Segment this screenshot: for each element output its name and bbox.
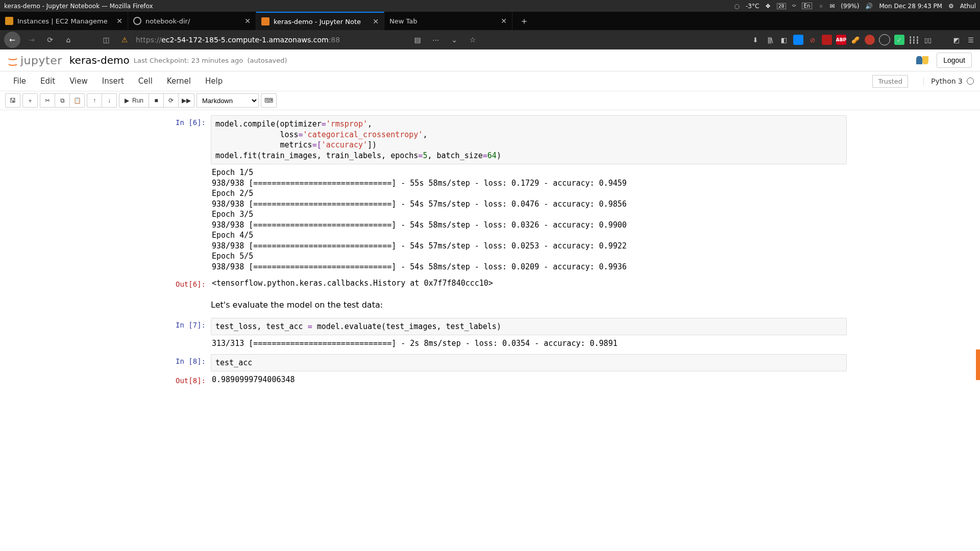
wifi-icon[interactable]: ⌔ [792,3,796,10]
restart-button[interactable]: ⟳ [163,93,179,108]
move-up-button[interactable]: ↑ [87,93,102,108]
back-button[interactable]: ← [4,32,20,48]
settings-icon[interactable]: ⚙ [948,3,954,10]
kernel-status-icon [967,78,974,85]
url-bar[interactable]: https://ec2-54-172-185-5.compute-1.amazo… [136,36,406,44]
copy-button[interactable]: ⧉ [55,93,70,108]
run-button[interactable]: ▶Run [119,93,149,108]
ext-check-icon[interactable]: ✓ [894,35,904,45]
battery-indicator[interactable]: (99%) [841,3,859,10]
execute-result: <tensorflow.python.keras.callbacks.Histo… [211,277,847,292]
ext-peanut-icon[interactable]: 🥜 [850,35,861,45]
arrow-down-icon: ↓ [108,97,111,104]
interrupt-button[interactable]: ■ [149,93,164,108]
code-cell-6[interactable]: In [6]: model.compile(optimizer='rmsprop… [160,115,857,275]
jupyter-toolbar: 🖫 ＋ ✂ ⧉ 📋 ↑ ↓ ▶Run ■ ⟳ ▶▶ Markdown ⌨ [0,91,980,110]
weather-indicator[interactable]: -3°C [746,3,759,10]
dropbox-icon[interactable]: ❖ [765,3,771,10]
stdout-output: Epoch 1/5 938/938 [=====================… [211,164,847,275]
pocket-icon[interactable]: ⌄ [447,33,461,47]
ext-tomato-icon[interactable] [865,35,875,45]
tab-keras-demo[interactable]: keras-demo - Jupyter Note ✕ [256,12,384,30]
extensions-icon[interactable]: ◩ [951,35,962,45]
kernel-indicator[interactable]: Python 3 [923,77,974,85]
reload-button[interactable]: ⟳ [43,33,57,47]
close-icon[interactable]: ✕ [112,17,122,25]
menu-help[interactable]: Help [198,77,230,86]
close-icon[interactable]: ✕ [497,17,507,25]
menu-insert[interactable]: Insert [95,77,131,86]
save-button[interactable]: 🖫 [5,93,20,108]
close-icon[interactable]: ✕ [369,17,379,26]
move-down-button[interactable]: ↓ [102,93,117,108]
in-prompt: In [7]: [160,318,211,352]
ext-smile-icon[interactable] [879,34,890,45]
command-palette-button[interactable]: ⌨ [261,93,277,108]
ext-book-icon[interactable]: ▯▯ [923,35,933,45]
menu-cell[interactable]: Cell [131,77,160,86]
lock-warning-icon[interactable]: ⚠ [117,33,132,47]
tab-label: keras-demo - Jupyter Note [274,18,369,26]
favicon-ec2 [5,17,13,25]
scroll-indicator [976,349,980,380]
bookmark-star-icon[interactable]: ☆ [465,33,480,47]
notebook-name[interactable]: keras-demo [69,54,130,66]
jupyter-logo[interactable]: jupyter [6,54,62,67]
out-prompt: Out[6]: [160,277,211,292]
clock[interactable]: Mon Dec 28 9:43 PM [879,3,942,10]
shield-icon[interactable]: ◫ [99,33,113,47]
new-tab-button[interactable]: ＋ [512,12,536,30]
bluetooth-icon[interactable]: ∗ [818,3,823,10]
logout-button[interactable]: Logout [937,53,972,68]
notebook-area[interactable]: In [6]: model.compile(optimizer='rmsprop… [0,110,980,400]
code-input[interactable]: model.compile(optimizer='rmsprop', loss=… [211,115,847,164]
code-cell-8[interactable]: In [8]: test_acc [160,354,857,372]
trusted-indicator[interactable]: Trusted [872,75,908,88]
ext-noscript-icon[interactable]: ⊘ [807,35,818,45]
code-input[interactable]: test_acc [211,354,847,372]
url-scheme: https:// [136,36,161,44]
forward-button[interactable]: → [24,33,39,47]
code-input[interactable]: test_loss, test_acc = model.evaluate(tes… [211,318,847,336]
home-button[interactable]: ⌂ [61,33,76,47]
downloads-icon[interactable]: ⬇ [750,35,761,45]
paste-button[interactable]: 📋 [69,93,85,108]
page-actions-icon[interactable]: ⋯ [429,33,443,47]
menu-file[interactable]: File [6,77,33,86]
code-cell-7[interactable]: In [7]: test_loss, test_acc = model.eval… [160,318,857,352]
empty-prompt [160,294,211,316]
stdout-output: 313/313 [==============================]… [211,335,847,352]
app-menu-icon[interactable]: ☰ [966,35,976,45]
volume-icon[interactable]: 🔊 [865,3,873,10]
close-icon[interactable]: ✕ [240,17,251,25]
tab-ec2[interactable]: Instances | EC2 Manageme ✕ [0,12,128,30]
restart-run-all-button[interactable]: ▶▶ [178,93,194,108]
reader-mode-icon[interactable]: ▤ [410,33,425,47]
calendar-indicator[interactable]: 28 [777,3,786,9]
insert-cell-button[interactable]: ＋ [22,93,38,108]
ext-abp-icon[interactable]: ABP [836,35,846,45]
play-icon: ▶ [125,97,129,104]
ext-zoom-icon[interactable] [793,35,803,45]
menu-view[interactable]: View [62,77,95,86]
menu-kernel[interactable]: Kernel [160,77,198,86]
ext-ublock-icon[interactable] [822,35,832,45]
tab-new[interactable]: New Tab ✕ [384,12,512,30]
ext-grid1-icon[interactable]: ┇┇┇ [909,35,919,45]
keyboard-icon: ⌨ [264,97,273,104]
sidebar-icon[interactable]: ◧ [779,35,789,45]
run-label: Run [132,97,143,104]
tab-notebook-dir[interactable]: notebook-dir/ ✕ [128,12,256,30]
menu-edit[interactable]: Edit [33,77,62,86]
library-icon[interactable]: |||\ [765,35,775,45]
in-prompt: In [8]: [160,354,211,372]
lang-indicator[interactable]: En [802,3,813,9]
jupyter-logo-icon [6,55,17,66]
bulb-icon[interactable]: ◌ [734,3,740,10]
markdown-cell[interactable]: Let's evaluate the model on the test dat… [160,294,857,316]
mail-icon[interactable]: ✉ [829,3,835,10]
user-name[interactable]: Athul [960,3,976,10]
cell-type-select[interactable]: Markdown [197,93,259,108]
tab-label: Instances | EC2 Manageme [17,17,112,25]
cut-button[interactable]: ✂ [40,93,55,108]
